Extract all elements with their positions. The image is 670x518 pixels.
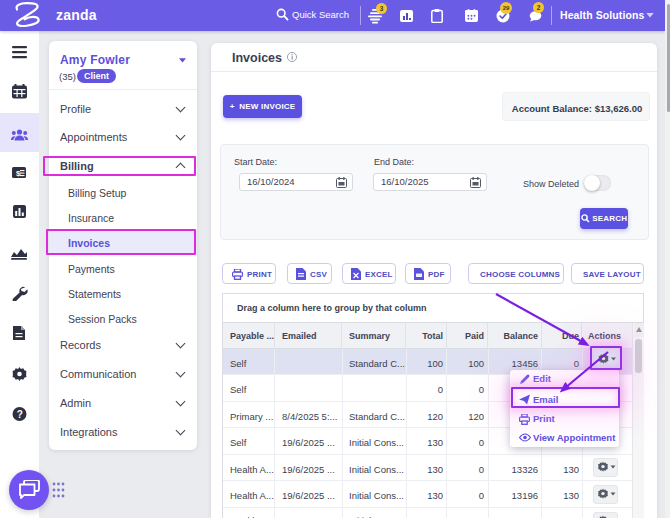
svg-text:?: ? xyxy=(17,409,23,420)
